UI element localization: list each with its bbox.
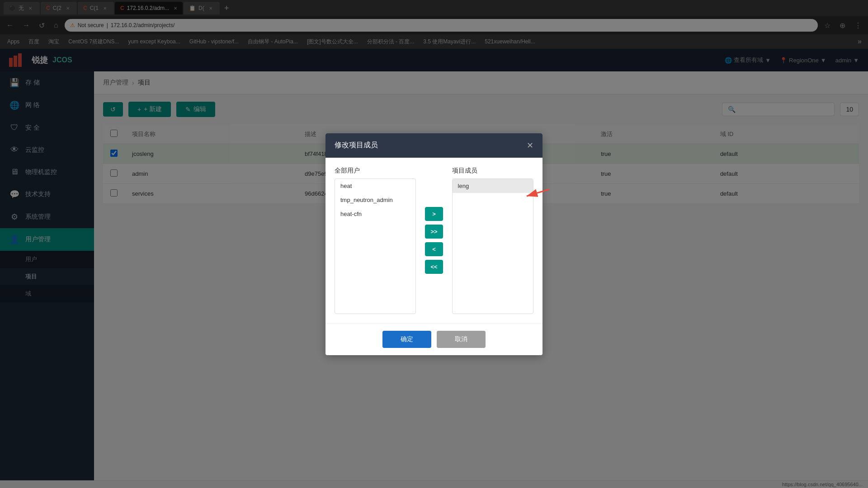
dialog-close-button[interactable]: ✕: [527, 141, 533, 150]
dialog-columns: 全部用户 heat tmp_neutron_admin heat-cfn > >…: [335, 167, 533, 314]
list-item-leng[interactable]: leng: [453, 179, 533, 193]
all-users-list[interactable]: heat tmp_neutron_admin heat-cfn: [335, 178, 416, 314]
dialog-title: 修改项目成员: [335, 141, 378, 150]
red-arrow-indicator: [522, 183, 554, 205]
move-all-left-button[interactable]: <<: [425, 260, 443, 274]
confirm-button[interactable]: 确定: [382, 331, 431, 348]
cancel-button[interactable]: 取消: [437, 331, 486, 348]
list-item-tmp-neutron[interactable]: tmp_neutron_admin: [335, 193, 415, 207]
list-item-heat[interactable]: heat: [335, 179, 415, 193]
transfer-buttons: > >> < <<: [423, 167, 444, 314]
project-members-col: 项目成员 leng: [452, 167, 533, 314]
project-members-list[interactable]: leng: [452, 178, 533, 314]
dialog-overlay: 修改项目成员 ✕ 全部用户 heat tmp_neutron_admin hea…: [0, 0, 868, 488]
svg-line-4: [527, 189, 549, 196]
move-all-right-button[interactable]: >>: [425, 225, 443, 239]
project-members-header: 项目成员: [452, 167, 533, 175]
modify-members-dialog: 修改项目成员 ✕ 全部用户 heat tmp_neutron_admin hea…: [326, 133, 542, 355]
all-users-header: 全部用户: [335, 167, 416, 175]
move-right-button[interactable]: >: [425, 207, 443, 221]
dialog-body: 全部用户 heat tmp_neutron_admin heat-cfn > >…: [326, 158, 542, 323]
move-left-button[interactable]: <: [425, 242, 443, 256]
list-item-heat-cfn[interactable]: heat-cfn: [335, 207, 415, 221]
dialog-header: 修改项目成员 ✕: [326, 133, 542, 158]
dialog-footer: 确定 取消: [326, 323, 542, 355]
all-users-col: 全部用户 heat tmp_neutron_admin heat-cfn: [335, 167, 416, 314]
